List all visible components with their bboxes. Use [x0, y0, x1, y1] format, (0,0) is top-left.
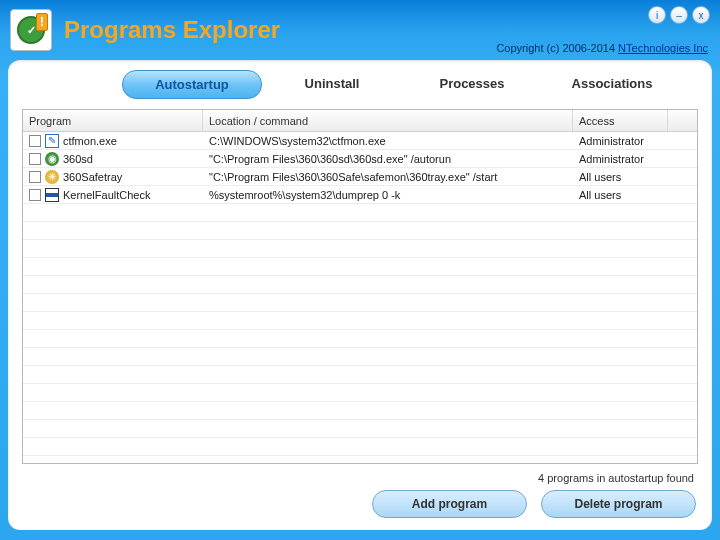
header: ✓ ! Programs Explorer i – x Copyright (c…	[0, 0, 720, 60]
tab-associations[interactable]: Associations	[542, 70, 682, 99]
main-panel: Autostartup Uninstall Processes Associat…	[8, 60, 712, 530]
program-icon: ✳	[45, 170, 59, 184]
table-row	[23, 456, 697, 463]
program-access: All users	[579, 189, 621, 201]
app-icon: ✓ !	[10, 9, 52, 51]
table-row	[23, 438, 697, 456]
button-bar: Add program Delete program	[22, 490, 698, 518]
program-name: 360sd	[63, 153, 93, 165]
program-access: All users	[579, 171, 621, 183]
row-checkbox[interactable]	[29, 189, 41, 201]
row-checkbox[interactable]	[29, 135, 41, 147]
exclamation-icon: !	[36, 13, 48, 31]
program-name: 360Safetray	[63, 171, 122, 183]
table-row	[23, 276, 697, 294]
table-row	[23, 222, 697, 240]
table-row	[23, 402, 697, 420]
table-body[interactable]: ✎ctfmon.exeC:\WINDOWS\system32\ctfmon.ex…	[23, 132, 697, 463]
table-row	[23, 420, 697, 438]
copyright-text: Copyright (c) 2006-2014	[496, 42, 618, 54]
app-title: Programs Explorer	[64, 16, 280, 44]
table-row[interactable]: KernelFaultCheck%systemroot%\system32\du…	[23, 186, 697, 204]
table-row[interactable]: ✳360Safetray"C:\Program Files\360\360Saf…	[23, 168, 697, 186]
table-row[interactable]: ◉360sd"C:\Program Files\360\360sd\360sd.…	[23, 150, 697, 168]
program-location: C:\WINDOWS\system32\ctfmon.exe	[209, 135, 386, 147]
tab-uninstall[interactable]: Uninstall	[262, 70, 402, 99]
tabs: Autostartup Uninstall Processes Associat…	[22, 70, 698, 99]
table-row	[23, 204, 697, 222]
column-spacer	[668, 110, 697, 131]
row-checkbox[interactable]	[29, 153, 41, 165]
tab-processes[interactable]: Processes	[402, 70, 542, 99]
row-checkbox[interactable]	[29, 171, 41, 183]
copyright: Copyright (c) 2006-2014 NTechnologies In…	[496, 42, 708, 54]
table-row	[23, 366, 697, 384]
copyright-link[interactable]: NTechnologies Inc	[618, 42, 708, 54]
program-name: KernelFaultCheck	[63, 189, 150, 201]
program-access: Administrator	[579, 135, 644, 147]
program-location: "C:\Program Files\360\360Safe\safemon\36…	[209, 171, 497, 183]
minimize-button[interactable]: –	[670, 6, 688, 24]
program-icon	[45, 188, 59, 202]
close-button[interactable]: x	[692, 6, 710, 24]
status-text: 4 programs in autostartup found	[22, 464, 698, 490]
table: Program Location / command Access ✎ctfmo…	[22, 109, 698, 464]
add-program-button[interactable]: Add program	[372, 490, 527, 518]
table-row	[23, 348, 697, 366]
column-location[interactable]: Location / command	[203, 110, 573, 131]
table-row	[23, 312, 697, 330]
column-program[interactable]: Program	[23, 110, 203, 131]
window: ✓ ! Programs Explorer i – x Copyright (c…	[0, 0, 720, 540]
program-icon: ✎	[45, 134, 59, 148]
program-icon: ◉	[45, 152, 59, 166]
table-row	[23, 330, 697, 348]
program-access: Administrator	[579, 153, 644, 165]
delete-program-button[interactable]: Delete program	[541, 490, 696, 518]
window-controls: i – x	[648, 6, 710, 24]
table-row	[23, 240, 697, 258]
table-row	[23, 258, 697, 276]
column-access[interactable]: Access	[573, 110, 668, 131]
program-location: %systemroot%\system32\dumprep 0 -k	[209, 189, 400, 201]
program-name: ctfmon.exe	[63, 135, 117, 147]
table-row	[23, 384, 697, 402]
table-row[interactable]: ✎ctfmon.exeC:\WINDOWS\system32\ctfmon.ex…	[23, 132, 697, 150]
info-button[interactable]: i	[648, 6, 666, 24]
program-location: "C:\Program Files\360\360sd\360sd.exe" /…	[209, 153, 451, 165]
table-header: Program Location / command Access	[23, 110, 697, 132]
table-row	[23, 294, 697, 312]
tab-autostartup[interactable]: Autostartup	[122, 70, 262, 99]
